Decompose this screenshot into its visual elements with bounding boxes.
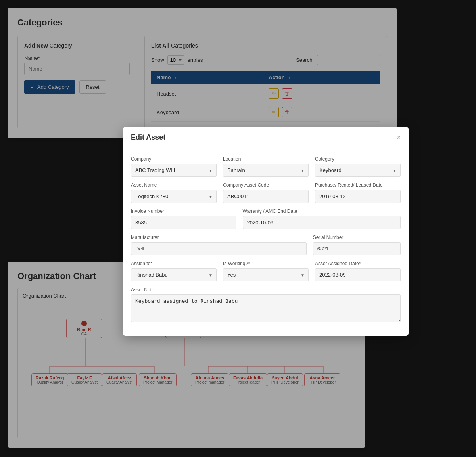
asset-name-label: Asset Name [131,182,217,188]
invoice-number-label: Invoice Number [131,208,236,214]
company-asset-code-label: Company Asset Code [223,182,309,188]
company-select-wrapper: ABC Trading WLL ▼ [131,164,217,177]
edit-asset-modal: Edit Asset × Company ABC Trading WLL ▼ L… [123,127,409,336]
modal-close-button[interactable]: × [397,134,401,141]
is-working-select-wrapper: Yes No ▼ [223,268,309,281]
asset-note-field: Asset Note Keyboard assigned to Rinshad … [131,287,401,322]
category-label: Category [315,156,401,162]
company-label: Company [131,156,217,162]
company-field: Company ABC Trading WLL ▼ [131,156,217,177]
is-working-label: Is Working?* [223,261,309,266]
assign-to-select-wrapper: Rinshad Babu ▼ [131,268,217,281]
asset-note-textarea[interactable]: Keyboard assigned to Rinshad Babu [131,294,401,322]
company-asset-code-field: Company Asset Code [223,182,309,203]
modal-title: Edit Asset [131,133,165,141]
warranty-input[interactable] [243,216,401,229]
location-select[interactable]: Bahrain [223,164,309,177]
location-label: Location [223,156,309,162]
location-select-wrapper: Bahrain ▼ [223,164,309,177]
asset-assigned-date-input[interactable] [315,268,401,281]
location-field: Location Bahrain ▼ [223,156,309,177]
assign-to-field: Assign to* Rinshad Babu ▼ [131,261,217,281]
modal-body: Company ABC Trading WLL ▼ Location Bahra… [123,148,409,336]
manufacturer-input[interactable] [131,242,307,255]
category-select[interactable]: Keyboard [315,164,401,177]
category-select-wrapper: Keyboard ▼ [315,164,401,177]
asset-note-label: Asset Note [131,287,401,293]
asset-name-field: Asset Name Logitech K780 ▼ [131,182,217,203]
invoice-number-input[interactable] [131,216,236,229]
company-asset-code-input[interactable] [223,190,309,203]
asset-assigned-date-label: Asset Assigned Date* [315,261,401,266]
purchase-date-label: Purchase/ Rented/ Leased Date [315,182,401,188]
manufacturer-label: Manufacturer [131,235,307,240]
modal-row-3: Invoice Number Warranty / AMC End Date [131,208,401,229]
purchase-date-input[interactable] [315,190,401,203]
modal-row-4: Manufacturer Serial Number [131,235,401,255]
serial-number-field: Serial Number [313,235,401,255]
manufacturer-field: Manufacturer [131,235,307,255]
is-working-select[interactable]: Yes No [223,268,309,281]
category-field: Category Keyboard ▼ [315,156,401,177]
is-working-field: Is Working?* Yes No ▼ [223,261,309,281]
asset-assigned-date-field: Asset Assigned Date* [315,261,401,281]
modal-row-6: Asset Note Keyboard assigned to Rinshad … [131,287,401,322]
modal-row-5: Assign to* Rinshad Babu ▼ Is Working?* Y… [131,261,401,281]
invoice-number-field: Invoice Number [131,208,236,229]
assign-to-label: Assign to* [131,261,217,266]
company-select[interactable]: ABC Trading WLL [131,164,217,177]
asset-name-select[interactable]: Logitech K780 [131,190,217,203]
serial-number-label: Serial Number [313,235,401,240]
warranty-field: Warranty / AMC End Date [243,208,401,229]
modal-row-2: Asset Name Logitech K780 ▼ Company Asset… [131,182,401,203]
warranty-label: Warranty / AMC End Date [243,208,401,214]
serial-number-input[interactable] [313,242,401,255]
modal-header: Edit Asset × [123,127,409,148]
asset-name-select-wrapper: Logitech K780 ▼ [131,190,217,203]
modal-row-1: Company ABC Trading WLL ▼ Location Bahra… [131,156,401,177]
assign-to-select[interactable]: Rinshad Babu [131,268,217,281]
purchase-date-field: Purchase/ Rented/ Leased Date [315,182,401,203]
